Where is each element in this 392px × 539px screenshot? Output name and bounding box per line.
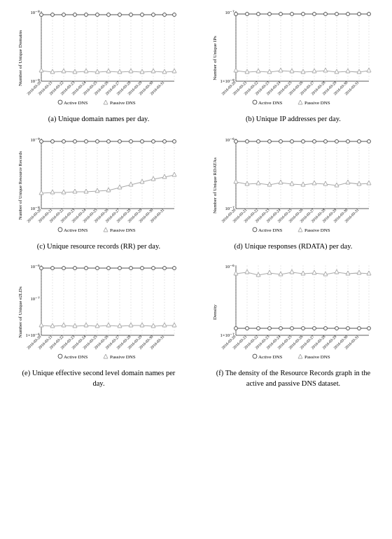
svg-text:Passive DNS: Passive DNS <box>304 227 330 233</box>
svg-text:Number of Unique Resource Reco: Number of Unique Resource Records <box>18 150 22 219</box>
svg-point-343 <box>368 327 371 330</box>
chart-a-svg: Number of Unique Domains 10⁻⁸ 10⁻⁹ <box>4 4 193 113</box>
svg-marker-90 <box>234 68 238 72</box>
chart-cell-b: Number of Unique IPs 10⁻⁷ 1×10⁻⁸ <box>196 3 391 130</box>
svg-marker-327 <box>335 270 339 274</box>
caption-d: (d) Unique responses (RDATA) per day. <box>232 240 356 256</box>
svg-point-332 <box>246 327 249 330</box>
svg-marker-95 <box>290 69 294 73</box>
svg-point-20 <box>74 13 77 17</box>
chart-e: Number of Unique e2LDs 10⁻⁶ 10⁻⁷ 1×10⁻⁶ <box>4 258 193 367</box>
svg-marker-101 <box>357 69 361 74</box>
svg-marker-39 <box>140 69 144 74</box>
svg-point-342 <box>358 327 361 330</box>
svg-marker-215 <box>290 181 294 186</box>
chart-a: Number of Unique Domains 10⁻⁸ 10⁻⁹ <box>4 4 193 113</box>
svg-point-23 <box>107 13 111 17</box>
svg-marker-94 <box>279 68 283 72</box>
svg-text:Passive DNS: Passive DNS <box>304 100 330 106</box>
svg-point-205 <box>324 139 328 143</box>
svg-point-197 <box>234 139 238 143</box>
svg-text:Active DNS: Active DNS <box>64 354 88 360</box>
svg-text:10⁻⁹: 10⁻⁹ <box>31 137 41 142</box>
svg-point-340 <box>335 327 339 330</box>
svg-point-27 <box>152 13 155 17</box>
svg-marker-220 <box>346 180 350 184</box>
svg-marker-100 <box>346 69 350 73</box>
svg-point-333 <box>257 327 260 330</box>
svg-marker-212 <box>256 181 260 185</box>
svg-text:10⁻⁷: 10⁻⁷ <box>31 296 41 301</box>
svg-point-202 <box>290 139 294 143</box>
svg-point-140 <box>74 139 77 143</box>
svg-marker-237 <box>298 227 302 232</box>
chart-d-svg: Number of Unique RDATAs 10⁻⁶ 10⁻⁷ <box>199 132 388 240</box>
svg-marker-155 <box>95 188 99 192</box>
svg-text:10⁻⁶: 10⁻⁶ <box>31 264 41 269</box>
svg-point-198 <box>246 139 249 143</box>
svg-point-81 <box>279 13 283 16</box>
svg-marker-117 <box>298 100 302 104</box>
svg-marker-281 <box>151 323 155 328</box>
svg-text:Passive DNS: Passive DNS <box>110 354 136 360</box>
svg-point-17 <box>40 13 43 17</box>
svg-point-199 <box>257 139 260 143</box>
svg-point-338 <box>313 327 316 330</box>
svg-marker-214 <box>279 180 283 184</box>
svg-point-263 <box>96 267 99 270</box>
chart-cell-c: Number of Unique Resource Records 10⁻⁹ 1… <box>1 130 196 258</box>
svg-point-356 <box>253 354 257 358</box>
svg-marker-162 <box>172 172 176 176</box>
svg-text:Active DNS: Active DNS <box>258 354 283 360</box>
svg-point-267 <box>141 267 144 270</box>
chart-cell-a: Number of Unique Domains 10⁻⁸ 10⁻⁹ <box>1 3 196 130</box>
svg-point-209 <box>368 139 371 143</box>
svg-point-147 <box>152 139 155 143</box>
svg-marker-151 <box>50 190 55 194</box>
svg-text:Active DNS: Active DNS <box>258 100 283 106</box>
svg-point-206 <box>335 139 339 143</box>
svg-point-203 <box>302 139 305 143</box>
svg-point-84 <box>313 13 316 16</box>
svg-point-80 <box>268 13 272 16</box>
svg-marker-150 <box>39 190 43 195</box>
svg-point-296 <box>58 354 62 358</box>
svg-point-262 <box>85 267 88 270</box>
svg-marker-282 <box>162 323 167 327</box>
svg-marker-41 <box>162 69 167 74</box>
svg-marker-277 <box>106 323 111 327</box>
svg-point-261 <box>74 267 77 270</box>
svg-point-22 <box>96 13 99 17</box>
svg-marker-278 <box>118 323 122 328</box>
chart-f-svg: Density 10⁻⁶ 1×10⁻⁷ <box>199 258 388 367</box>
svg-marker-34 <box>84 69 88 73</box>
svg-marker-274 <box>73 323 77 328</box>
svg-point-25 <box>130 13 133 17</box>
svg-text:Number of Unique IPs: Number of Unique IPs <box>212 36 218 80</box>
svg-point-258 <box>40 267 43 270</box>
svg-text:10⁻⁷: 10⁻⁷ <box>225 10 235 15</box>
chart-d: Number of Unique RDATAs 10⁻⁶ 10⁻⁷ <box>199 132 388 240</box>
svg-point-207 <box>346 139 350 143</box>
svg-point-138 <box>51 139 55 143</box>
svg-point-21 <box>85 13 88 17</box>
chart-b: Number of Unique IPs 10⁻⁷ 1×10⁻⁸ <box>199 4 388 113</box>
svg-marker-221 <box>357 181 361 186</box>
y-label-a: Number of Unique Domains <box>18 30 23 86</box>
caption-b: (b) Unique IP addresses per day. <box>243 113 344 129</box>
svg-point-82 <box>290 13 294 16</box>
svg-marker-36 <box>106 69 111 73</box>
svg-point-337 <box>302 327 305 330</box>
svg-point-149 <box>173 139 176 143</box>
svg-marker-57 <box>104 100 108 104</box>
svg-point-85 <box>324 13 328 16</box>
charts-grid: Number of Unique Domains 10⁻⁸ 10⁻⁹ <box>0 0 392 398</box>
svg-marker-325 <box>312 270 316 274</box>
chart-f: Density 10⁻⁶ 1×10⁻⁷ <box>199 258 388 367</box>
svg-point-341 <box>346 327 350 330</box>
svg-marker-97 <box>312 69 316 73</box>
svg-point-115 <box>253 100 257 104</box>
svg-point-87 <box>346 13 350 16</box>
svg-marker-38 <box>129 69 133 73</box>
svg-point-146 <box>141 139 144 143</box>
